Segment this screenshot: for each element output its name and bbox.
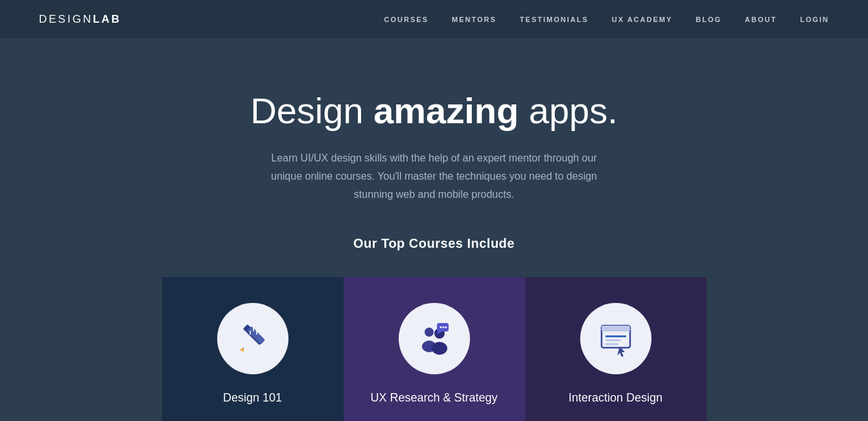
course-icon-ux — [399, 303, 470, 374]
course-icon-design101 — [217, 303, 288, 374]
nav-blog[interactable]: BLOG — [696, 16, 721, 23]
svg-rect-17 — [602, 326, 630, 331]
nav-testimonials[interactable]: TESTIMONIALS — [520, 16, 589, 23]
course-title-design101: Design 101 — [223, 390, 282, 405]
course-card-design101[interactable]: Design 101 — [162, 277, 344, 421]
hero-title-suffix: apps. — [519, 90, 618, 131]
hero-subtitle: Learn UI/UX design skills with the help … — [259, 149, 609, 204]
hero-title: Design amazing apps. — [250, 91, 618, 131]
course-icon-interaction — [580, 303, 651, 374]
course-title-interaction: Interaction Design — [569, 390, 663, 405]
svg-point-10 — [432, 342, 447, 355]
nav-login[interactable]: LOGIN — [800, 16, 829, 23]
logo[interactable]: DESIGNLAB — [39, 13, 121, 26]
nav-ux-academy[interactable]: UX ACADEMY — [612, 16, 673, 23]
course-card-interaction[interactable]: Interaction Design — [525, 277, 707, 421]
nav-about[interactable]: ABOUT — [745, 16, 777, 23]
svg-point-15 — [445, 326, 447, 328]
logo-lab: LAB — [93, 13, 121, 26]
svg-point-13 — [440, 326, 441, 328]
hero-section: Design amazing apps. Learn UI/UX design … — [0, 39, 868, 421]
hero-title-bold: amazing — [373, 90, 519, 131]
svg-point-7 — [425, 328, 434, 337]
site-header: DESIGNLAB COURSES MENTORS TESTIMONIALS U… — [0, 0, 868, 39]
hero-title-prefix: Design — [250, 90, 373, 131]
courses-row: Design 101 — [13, 277, 855, 421]
course-title-ux: UX Research & Strategy — [370, 390, 497, 405]
svg-point-14 — [442, 326, 444, 328]
nav-courses[interactable]: COURSES — [384, 16, 428, 23]
svg-rect-20 — [605, 343, 618, 345]
logo-design: DESIGN — [39, 13, 93, 26]
main-nav: COURSES MENTORS TESTIMONIALS UX ACADEMY … — [384, 16, 829, 23]
svg-rect-19 — [605, 339, 621, 341]
svg-rect-21 — [605, 335, 626, 337]
nav-mentors[interactable]: MENTORS — [452, 16, 497, 23]
section-heading: Our Top Courses Include — [353, 236, 515, 251]
course-card-ux[interactable]: UX Research & Strategy — [344, 277, 525, 421]
